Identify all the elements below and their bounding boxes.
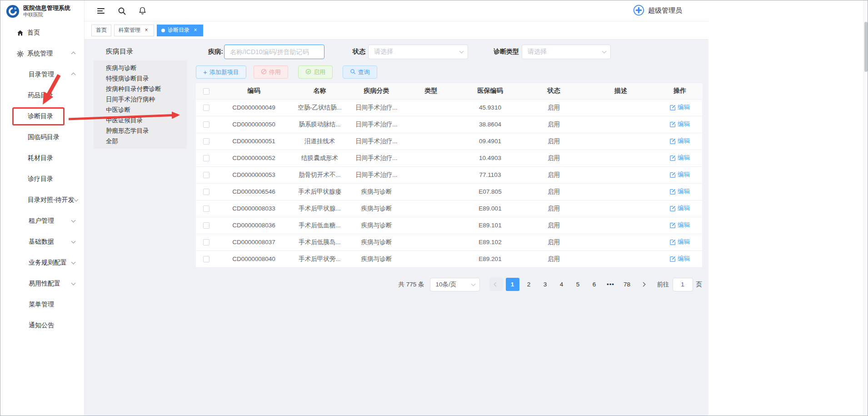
- diagnosis-type-select[interactable]: 请选择: [522, 45, 611, 59]
- page-size-select[interactable]: 10条/页: [430, 278, 480, 291]
- cell-description: [584, 200, 657, 217]
- cell-description: [584, 234, 657, 251]
- cell-insurance_code: 45.9310: [457, 99, 523, 116]
- table-row-3: CD0000000052结膜囊成形术日间手术治疗...10.4903启用编辑: [196, 150, 703, 166]
- pager-page-2[interactable]: 2: [522, 278, 536, 291]
- pager-page-5[interactable]: 5: [571, 278, 585, 291]
- catalog-list: 疾病与诊断特慢病诊断目录按病种目录付费诊断日间手术治疗病种中医诊断中医证候目录肿…: [94, 60, 187, 149]
- goto-page-input[interactable]: [673, 278, 693, 291]
- catalog-item-3[interactable]: 日间手术治疗病种: [94, 94, 187, 105]
- query-button[interactable]: 查询: [343, 65, 377, 79]
- edit-button[interactable]: 编辑: [670, 154, 690, 162]
- scrollbar[interactable]: [863, 0, 868, 416]
- sidebar-item-catalog-mapping-dev[interactable]: 目录对照-待开发: [0, 190, 84, 211]
- sidebar-item-basic-data[interactable]: 基础数据: [0, 231, 84, 252]
- sidebar-item-business-rules-config[interactable]: 业务规则配置: [0, 252, 84, 273]
- user-menu[interactable]: 超级管理员: [633, 5, 682, 17]
- cell-code: CD0000006546: [216, 183, 291, 200]
- sidebar-item-treatment-catalog[interactable]: 诊疗目录: [0, 169, 84, 190]
- sidebar-item-diagnosis-catalog[interactable]: 诊断目录: [0, 106, 84, 127]
- row-checkbox[interactable]: [203, 138, 210, 145]
- edit-label: 编辑: [678, 204, 690, 212]
- filter-row: 疾病: 状态 请选择 诊断类型 请选择: [196, 45, 702, 59]
- sidebar-item-menu-management[interactable]: 菜单管理: [0, 294, 84, 315]
- tab-2[interactable]: 诊断目录×: [157, 25, 203, 36]
- sidebar-item-catalog-management[interactable]: 目录管理: [0, 64, 84, 85]
- pager-page-6[interactable]: 6: [588, 278, 601, 291]
- cell-insurance_code: 10.4903: [457, 150, 523, 166]
- row-checkbox[interactable]: [203, 121, 210, 128]
- edit-button[interactable]: 编辑: [670, 238, 690, 246]
- cell-name: 结膜囊成形术: [291, 150, 348, 166]
- main-column: 超级管理员 首页科室管理×诊断目录× 疾病目录 疾病与诊断特慢病诊断目录按病种目…: [85, 0, 708, 416]
- edit-button[interactable]: 编辑: [670, 187, 690, 195]
- pager-ellipsis[interactable]: •••: [604, 278, 618, 291]
- bell-icon[interactable]: [138, 6, 147, 15]
- close-icon[interactable]: ×: [143, 27, 150, 34]
- status-select[interactable]: 请选择: [368, 45, 468, 59]
- menu-fold-icon[interactable]: [96, 6, 105, 15]
- sidebar-item-drug-catalog[interactable]: 药品目录: [0, 85, 84, 106]
- add-item-button[interactable]: + 添加新项目: [196, 65, 246, 79]
- pager-page-78[interactable]: 78: [620, 278, 634, 291]
- cell-name: 手术后低胰岛...: [291, 234, 348, 251]
- disease-search-input[interactable]: [224, 45, 324, 59]
- status-select-placeholder: 请选择: [374, 48, 393, 56]
- pager-page-1[interactable]: 1: [506, 278, 519, 291]
- edit-button[interactable]: 编辑: [670, 204, 690, 212]
- edit-button[interactable]: 编辑: [670, 103, 690, 111]
- sidebar-item-national-code-catalog[interactable]: 国临码目录: [0, 127, 84, 148]
- sidebar-item-home[interactable]: 首页: [0, 22, 84, 43]
- prev-page-button[interactable]: [489, 278, 503, 291]
- disable-button[interactable]: 停用: [254, 65, 288, 79]
- sidebar-item-label: 目录对照-待开发: [28, 196, 75, 204]
- catalog-item-7[interactable]: 全部: [94, 136, 187, 146]
- chevron-down-icon: [71, 218, 76, 223]
- sidebar-item-notice-announcement[interactable]: 通知公告: [0, 315, 84, 336]
- catalog-item-5[interactable]: 中医证候目录: [94, 115, 187, 125]
- row-checkbox[interactable]: [203, 239, 210, 246]
- next-page-button[interactable]: [637, 278, 650, 291]
- catalog-item-2[interactable]: 按病种目录付费诊断: [94, 84, 187, 94]
- pager-page-4[interactable]: 4: [555, 278, 569, 291]
- row-checkbox[interactable]: [203, 222, 210, 229]
- sidebar-item-tenant-management[interactable]: 租户管理: [0, 211, 84, 231]
- catalog-item-6[interactable]: 肿瘤形态学目录: [94, 125, 187, 136]
- cell-description: [584, 166, 657, 183]
- enable-button[interactable]: 启用: [298, 65, 333, 79]
- edit-button[interactable]: 编辑: [670, 170, 690, 179]
- row-checkbox[interactable]: [203, 256, 210, 262]
- cell-category: 日间手术治疗...: [348, 166, 405, 183]
- catalog-item-4[interactable]: 中医诊断: [94, 105, 187, 115]
- sidebar-item-consumable-catalog[interactable]: 耗材目录: [0, 148, 84, 169]
- sidebar-item-system-management[interactable]: 系统管理: [0, 43, 84, 64]
- row-checkbox[interactable]: [203, 105, 210, 111]
- cell-name: 空肠-乙状结肠...: [291, 99, 348, 116]
- row-checkbox[interactable]: [203, 189, 210, 195]
- cell-code: CD0000000051: [216, 133, 291, 150]
- cell-status: 启用: [523, 133, 584, 150]
- select-all-checkbox[interactable]: [203, 88, 210, 95]
- tab-0[interactable]: 首页: [91, 25, 111, 36]
- catalog-item-0[interactable]: 疾病与诊断: [94, 63, 187, 73]
- cell-status: 启用: [523, 200, 584, 217]
- tab-1[interactable]: 科室管理×: [114, 25, 154, 36]
- search-icon[interactable]: [117, 6, 126, 15]
- row-checkbox[interactable]: [203, 155, 210, 161]
- scrollbar-thumb[interactable]: [864, 22, 868, 72]
- edit-button[interactable]: 编辑: [670, 120, 690, 128]
- pager-page-3[interactable]: 3: [539, 278, 552, 291]
- row-checkbox[interactable]: [203, 205, 210, 212]
- catalog-item-1[interactable]: 特慢病诊断目录: [94, 73, 187, 84]
- app-logo-icon: [6, 5, 20, 18]
- edit-button[interactable]: 编辑: [670, 221, 690, 229]
- edit-label: 编辑: [678, 170, 690, 179]
- edit-button[interactable]: 编辑: [670, 137, 690, 145]
- sidebar-item-usability-config[interactable]: 易用性配置: [0, 273, 84, 294]
- row-checkbox[interactable]: [203, 172, 210, 178]
- close-icon[interactable]: ×: [192, 27, 199, 34]
- cell-name: 手术后甲状腺...: [291, 200, 348, 217]
- sidebar-item-label: 药品目录: [28, 91, 53, 100]
- search-icon: [350, 69, 356, 76]
- edit-button[interactable]: 编辑: [670, 255, 690, 263]
